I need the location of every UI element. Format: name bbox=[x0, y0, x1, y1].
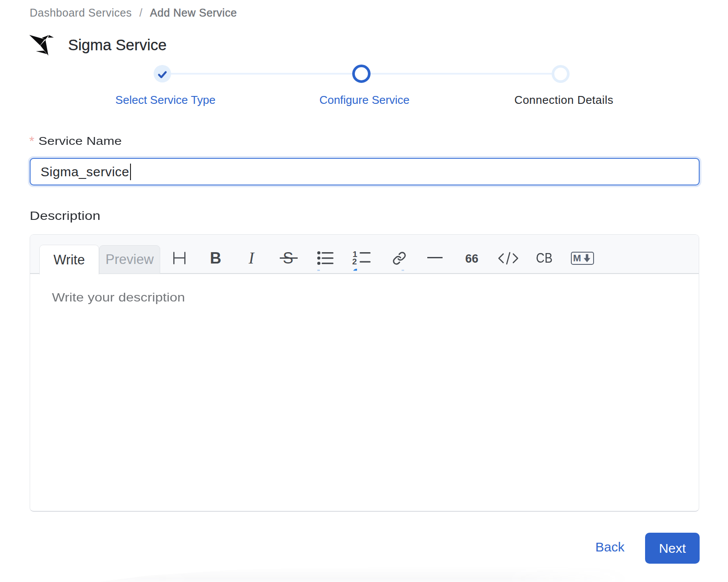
svg-text:2: 2 bbox=[352, 257, 357, 266]
